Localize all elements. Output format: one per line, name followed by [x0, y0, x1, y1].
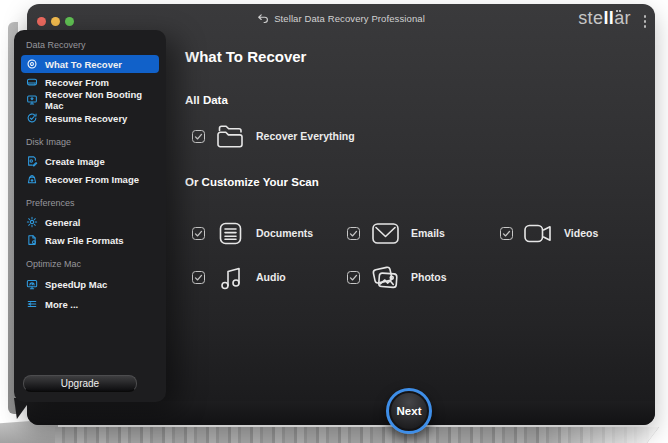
sidebar-item-what-to-recover[interactable]: What To Recover [21, 55, 159, 73]
photos-item[interactable]: Photos [347, 258, 447, 296]
next-button[interactable]: Next [386, 388, 432, 434]
marketing-backdrop: Stellar Data Recovery Professional stell… [0, 0, 668, 443]
window-title: Stellar Data Recovery Professional [274, 13, 425, 24]
recover-everything-item[interactable]: Recover Everything [192, 118, 355, 154]
sidebar-item-label: More ... [45, 299, 78, 310]
sidebar-item-label: Resume Recovery [45, 113, 127, 124]
sidebar-item-label: Create Image [45, 156, 105, 167]
sidebar-item-label: General [45, 217, 80, 228]
envelope-icon [369, 222, 401, 245]
sidebar-item-label: What To Recover [45, 59, 122, 70]
resume-check-icon [26, 112, 38, 124]
stellar-logo: stellar [578, 9, 631, 29]
sidebar-item-label: Recover Non Booting Mac [45, 89, 154, 111]
customize-heading: Or Customize Your Scan [185, 176, 319, 188]
monitor-download-icon [26, 94, 38, 106]
emails-checkbox[interactable] [347, 227, 360, 240]
photo-stack-icon [369, 264, 401, 291]
upgrade-button[interactable]: Upgrade [23, 375, 137, 392]
drive-icon [26, 76, 38, 88]
folder-icon [214, 123, 246, 150]
documents-item[interactable]: Documents [192, 214, 313, 252]
window-title-bar: Stellar Data Recovery Professional [27, 4, 655, 32]
kebab-menu-icon[interactable] [644, 15, 647, 28]
section-label-data-recovery: Data Recovery [26, 40, 154, 50]
sidebar: Data Recovery What To Recover Recover Fr… [14, 30, 166, 402]
sidebar-item-speedup-mac[interactable]: SpeedUp Mac [21, 274, 159, 294]
documents-checkbox[interactable] [192, 227, 205, 240]
gear-icon [26, 216, 38, 228]
photos-label: Photos [411, 271, 447, 283]
video-camera-icon [522, 223, 554, 244]
back-arrow-icon[interactable] [257, 13, 268, 24]
document-lines-icon [214, 220, 246, 247]
logo-bold: ll [603, 9, 614, 29]
videos-label: Videos [564, 227, 598, 239]
section-label-disk-image: Disk Image [26, 137, 154, 147]
logo-pre: ste [578, 9, 603, 29]
window-footer-bar [27, 401, 655, 425]
image-restore-icon [26, 173, 38, 185]
documents-label: Documents [256, 227, 313, 239]
sidebar-item-resume-recovery[interactable]: Resume Recovery [21, 109, 159, 127]
sidebar-item-recover-non-booting-mac[interactable]: Recover Non Booting Mac [21, 91, 159, 109]
sidebar-item-recover-from-image[interactable]: Recover From Image [21, 170, 159, 188]
videos-checkbox[interactable] [500, 227, 513, 240]
videos-item[interactable]: Videos [500, 214, 598, 252]
sidebar-item-label: Recover From Image [45, 174, 139, 185]
sidebar-item-more[interactable]: More ... [21, 294, 159, 314]
recover-everything-checkbox[interactable] [192, 130, 205, 143]
music-note-icon [214, 264, 246, 291]
create-image-icon [26, 155, 38, 167]
more-lines-icon [26, 298, 38, 310]
audio-label: Audio [256, 271, 286, 283]
section-label-optimize-mac: Optimize Mac [26, 259, 154, 269]
page-title: What To Recover [185, 48, 306, 65]
target-icon [26, 58, 38, 70]
section-label-preferences: Preferences [26, 198, 154, 208]
file-gear-icon [26, 234, 38, 246]
sidebar-item-general[interactable]: General [21, 213, 159, 231]
recover-everything-label: Recover Everything [256, 130, 355, 142]
reflection-strip [55, 427, 659, 443]
sidebar-item-label: Raw File Formats [45, 235, 124, 246]
sidebar-item-create-image[interactable]: Create Image [21, 152, 159, 170]
sidebar-item-label: Recover From [45, 77, 109, 88]
speedup-monitor-icon [26, 278, 38, 290]
photos-checkbox[interactable] [347, 271, 360, 284]
all-data-heading: All Data [185, 94, 228, 106]
emails-label: Emails [411, 227, 445, 239]
sidebar-item-label: SpeedUp Mac [45, 279, 107, 290]
audio-checkbox[interactable] [192, 271, 205, 284]
emails-item[interactable]: Emails [347, 214, 445, 252]
sidebar-item-raw-file-formats[interactable]: Raw File Formats [21, 231, 159, 249]
audio-item[interactable]: Audio [192, 258, 286, 296]
